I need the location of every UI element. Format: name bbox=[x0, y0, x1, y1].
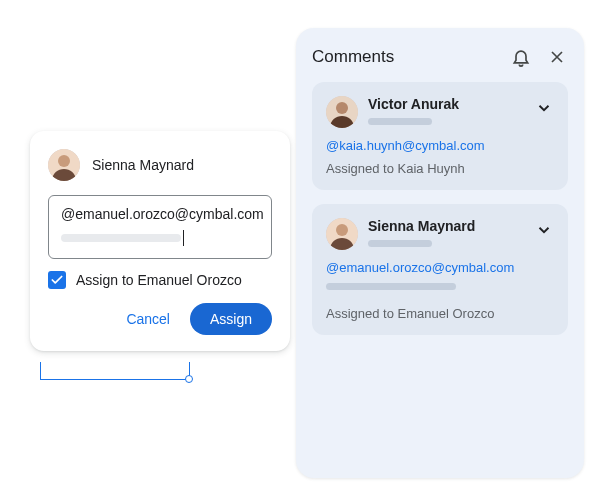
placeholder-bar bbox=[61, 234, 181, 242]
avatar bbox=[48, 149, 80, 181]
assigned-to-text: Assigned to Kaia Huynh bbox=[326, 161, 554, 176]
comment-head: Victor Anurak bbox=[326, 96, 554, 128]
comment-card: Victor Anurak @kaia.huynh@cymbal.com Ass… bbox=[312, 82, 568, 190]
mention-at: @ bbox=[326, 260, 339, 275]
svg-point-5 bbox=[336, 224, 348, 236]
mention-at: @ bbox=[326, 138, 339, 153]
comment-input-line2 bbox=[61, 230, 259, 246]
mention-address: emanuel.orozco@cymbal.com bbox=[339, 260, 514, 275]
assign-button[interactable]: Assign bbox=[190, 303, 272, 335]
svg-point-3 bbox=[336, 102, 348, 114]
anchor-handle[interactable] bbox=[185, 375, 193, 383]
svg-point-1 bbox=[58, 155, 70, 167]
comment-author-name: Sienna Maynard bbox=[368, 218, 475, 234]
comment-input[interactable]: @emanuel.orozco@cymbal.com bbox=[48, 195, 272, 259]
avatar bbox=[326, 96, 358, 128]
comment-author-block: Victor Anurak bbox=[368, 96, 459, 125]
assign-checkbox[interactable] bbox=[48, 271, 66, 289]
check-icon bbox=[50, 273, 64, 287]
assign-checkbox-label: Assign to Emanuel Orozco bbox=[76, 272, 242, 288]
panel-header: Comments bbox=[312, 46, 568, 68]
dialog-author: Sienna Maynard bbox=[48, 149, 272, 181]
comment-head: Sienna Maynard bbox=[326, 218, 554, 250]
assign-dialog: Sienna Maynard @emanuel.orozco@cymbal.co… bbox=[30, 131, 290, 351]
comment-author-name: Victor Anurak bbox=[368, 96, 459, 112]
mention-address: kaia.huynh@cymbal.com bbox=[339, 138, 484, 153]
selection-anchor bbox=[40, 362, 190, 380]
panel-header-icons bbox=[510, 46, 568, 68]
dialog-buttons: Cancel Assign bbox=[48, 303, 272, 335]
avatar bbox=[326, 218, 358, 250]
comment-card: Sienna Maynard @emanuel.orozco@cymbal.co… bbox=[312, 204, 568, 335]
assign-checkbox-row[interactable]: Assign to Emanuel Orozco bbox=[48, 271, 272, 289]
chevron-down-icon[interactable] bbox=[534, 98, 554, 118]
comment-meta-bar bbox=[368, 118, 432, 125]
mention-line[interactable]: @kaia.huynh@cymbal.com bbox=[326, 138, 554, 153]
mention-line[interactable]: @emanuel.orozco@cymbal.com bbox=[326, 260, 554, 275]
assigned-to-text: Assigned to Emanuel Orozco bbox=[326, 306, 554, 321]
comment-body-bar bbox=[326, 283, 456, 290]
comments-panel: Comments Victor Anurak @kaia.huynh@c bbox=[296, 28, 584, 478]
comment-input-text: @emanuel.orozco@cymbal.com bbox=[61, 206, 259, 222]
panel-title: Comments bbox=[312, 47, 394, 67]
close-icon[interactable] bbox=[546, 46, 568, 68]
chevron-down-icon[interactable] bbox=[534, 220, 554, 240]
cancel-button[interactable]: Cancel bbox=[114, 303, 182, 335]
comment-author-block: Sienna Maynard bbox=[368, 218, 475, 247]
dialog-author-name: Sienna Maynard bbox=[92, 157, 194, 173]
text-caret bbox=[183, 230, 184, 246]
bell-icon[interactable] bbox=[510, 46, 532, 68]
comment-meta-bar bbox=[368, 240, 432, 247]
